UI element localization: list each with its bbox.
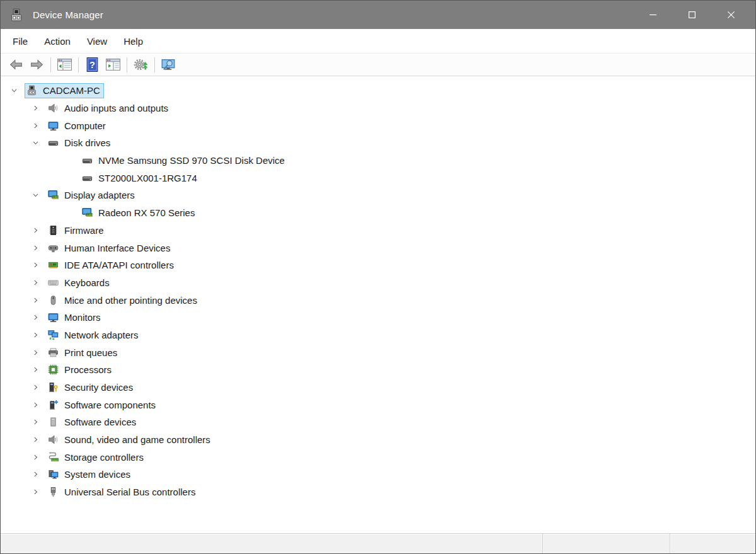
tree-item[interactable]: Monitors bbox=[46, 310, 105, 325]
chevron-right-icon[interactable] bbox=[30, 487, 41, 498]
show-console-tree-button[interactable] bbox=[54, 55, 75, 74]
status-bar bbox=[1, 533, 755, 553]
search-computer-icon bbox=[161, 57, 176, 72]
tree-item-label: Sound, video and game controllers bbox=[64, 434, 210, 445]
tree-item[interactable]: Computer bbox=[46, 118, 110, 133]
tree-item-label: Human Interface Devices bbox=[64, 243, 170, 253]
chevron-right-icon[interactable] bbox=[30, 120, 41, 131]
tree-item[interactable]: Software devices bbox=[46, 415, 140, 430]
tree-row: Audio inputs and outputs bbox=[1, 100, 755, 117]
tree-item[interactable]: Network adapters bbox=[46, 327, 142, 342]
scan-hardware-changes-button[interactable] bbox=[130, 55, 151, 74]
help-button[interactable]: ? bbox=[82, 55, 103, 74]
tree-item[interactable]: Firmware bbox=[46, 222, 108, 238]
tree-item-label: Print queues bbox=[64, 347, 117, 358]
tree-item[interactable]: Keyboards bbox=[46, 275, 113, 290]
disk-icon bbox=[82, 173, 93, 183]
chevron-right-icon[interactable] bbox=[30, 434, 41, 446]
tree-item-label: IDE ATA/ATAPI controllers bbox=[64, 260, 174, 270]
tree-item[interactable]: Storage controllers bbox=[46, 449, 147, 465]
close-button[interactable] bbox=[711, 1, 750, 29]
tree-item[interactable]: Universal Serial Bus controllers bbox=[46, 485, 199, 500]
display-adapter-icon bbox=[48, 190, 59, 200]
tree-item[interactable]: Audio inputs and outputs bbox=[46, 101, 172, 116]
disk-icon bbox=[48, 137, 59, 148]
computer-device-icon bbox=[26, 85, 37, 96]
chevron-down-icon[interactable] bbox=[30, 190, 41, 201]
tree-item[interactable]: NVMe Samsung SSD 970 SCSI Disk Device bbox=[80, 153, 289, 168]
mouse-icon bbox=[48, 295, 59, 306]
chevron-right-icon[interactable] bbox=[30, 417, 41, 428]
chevron-right-icon[interactable] bbox=[30, 382, 41, 393]
tree-item[interactable]: Display adapters bbox=[46, 188, 139, 203]
keyboard-icon bbox=[48, 277, 59, 288]
tree-item-label: Disk drives bbox=[64, 137, 110, 148]
toolbar: ? bbox=[1, 53, 755, 76]
chevron-right-icon[interactable] bbox=[30, 399, 41, 410]
minimize-button[interactable] bbox=[633, 1, 672, 29]
tree-row: Network adapters bbox=[1, 326, 755, 344]
tree-row: Software devices bbox=[1, 413, 755, 431]
chevron-right-icon[interactable] bbox=[30, 451, 41, 463]
tree-item[interactable]: Sound, video and game controllers bbox=[46, 432, 214, 447]
tree-item[interactable]: Disk drives bbox=[46, 136, 114, 151]
device-tree: CADCAM-PCAudio inputs and outputsCompute… bbox=[1, 76, 755, 533]
window-title: Device Manager bbox=[33, 9, 103, 20]
chevron-right-icon[interactable] bbox=[30, 277, 41, 288]
back-button[interactable] bbox=[6, 55, 26, 74]
chevron-right-icon[interactable] bbox=[30, 242, 41, 253]
tree-item-label: Computer bbox=[64, 120, 106, 131]
chevron-right-icon[interactable] bbox=[30, 347, 41, 358]
disk-icon bbox=[82, 155, 93, 166]
menu-action[interactable]: Action bbox=[36, 29, 79, 53]
chevron-right-icon[interactable] bbox=[30, 312, 41, 323]
toolbar-separator bbox=[50, 57, 51, 72]
search-computer-button[interactable] bbox=[158, 55, 179, 74]
tree-row: Radeon RX 570 Series bbox=[1, 204, 755, 222]
tree-item[interactable]: Security devices bbox=[46, 380, 137, 395]
tree-item-label: Monitors bbox=[64, 312, 101, 323]
tree-item[interactable]: ST2000LX001-1RG174 bbox=[80, 170, 201, 185]
chevron-right-icon[interactable] bbox=[30, 329, 41, 340]
menu-view[interactable]: View bbox=[79, 29, 115, 53]
chevron-right-icon[interactable] bbox=[30, 364, 41, 376]
system-icon bbox=[48, 469, 59, 480]
window-controls bbox=[633, 1, 755, 29]
tree-item[interactable]: Mice and other pointing devices bbox=[46, 292, 201, 308]
chevron-right-icon[interactable] bbox=[30, 103, 41, 114]
tree-item-label: Mice and other pointing devices bbox=[64, 295, 197, 306]
forward-button[interactable] bbox=[26, 55, 47, 74]
security-icon bbox=[48, 382, 59, 393]
chevron-right-icon[interactable] bbox=[30, 260, 41, 271]
action-pane-icon bbox=[105, 57, 121, 72]
chevron-down-icon[interactable] bbox=[8, 85, 20, 96]
action-pane-button[interactable] bbox=[103, 55, 123, 74]
tree-item[interactable]: Processors bbox=[46, 362, 115, 378]
tree-row: Software components bbox=[1, 396, 755, 413]
tree-item[interactable]: Software components bbox=[46, 397, 159, 412]
tree-item[interactable]: Human Interface Devices bbox=[46, 240, 174, 255]
device-manager-window: Device Manager FileActionViewHelp ? CADC… bbox=[0, 0, 756, 554]
storage-icon bbox=[48, 452, 59, 463]
tree-item[interactable]: System devices bbox=[46, 467, 134, 482]
tree-item[interactable]: Radeon RX 570 Series bbox=[80, 205, 198, 221]
tree-row: ST2000LX001-1RG174 bbox=[1, 169, 755, 187]
tree-row: Computer bbox=[1, 117, 755, 134]
tree-row: NVMe Samsung SSD 970 SCSI Disk Device bbox=[1, 152, 755, 170]
maximize-button[interactable] bbox=[672, 1, 711, 29]
tree-item-label: Radeon RX 570 Series bbox=[98, 207, 195, 218]
tree-item-label: Network adapters bbox=[64, 330, 139, 340]
tree-item-label: ST2000LX001-1RG174 bbox=[98, 173, 197, 183]
chevron-down-icon[interactable] bbox=[30, 137, 41, 149]
tree-item-label: Audio inputs and outputs bbox=[64, 103, 168, 113]
menu-help[interactable]: Help bbox=[115, 29, 151, 53]
tree-item[interactable]: Print queues bbox=[46, 345, 121, 360]
chevron-right-icon[interactable] bbox=[30, 224, 41, 236]
display-adapter-icon bbox=[82, 207, 93, 218]
tree-item[interactable]: CADCAM-PC bbox=[25, 83, 104, 98]
tree-item[interactable]: IDE ATA/ATAPI controllers bbox=[46, 258, 178, 273]
device-manager-icon bbox=[9, 8, 23, 22]
chevron-right-icon[interactable] bbox=[30, 469, 41, 480]
menu-file[interactable]: File bbox=[4, 29, 36, 53]
chevron-right-icon[interactable] bbox=[30, 294, 41, 306]
